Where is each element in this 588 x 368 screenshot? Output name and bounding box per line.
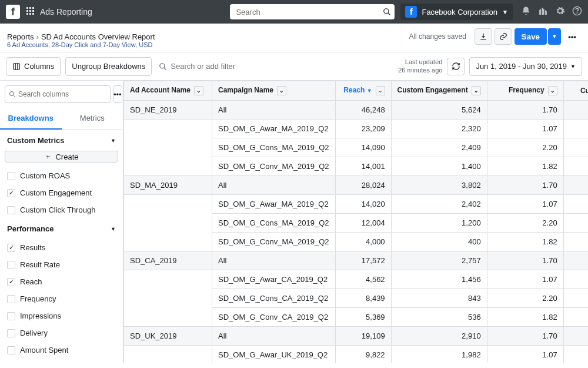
checkbox-icon[interactable] [7, 172, 15, 180]
svg-rect-8 [32, 13, 34, 15]
metric-item[interactable]: ✓Results [0, 239, 123, 256]
col-frequency[interactable]: Frequency⌄ [487, 81, 563, 101]
breadcrumb-reports[interactable]: Reports [7, 32, 34, 41]
apps-grid-icon[interactable] [26, 6, 35, 18]
tab-breakdowns[interactable]: Breakdowns [0, 108, 62, 130]
last-updated: Last updated 26 minutes ago [398, 58, 442, 74]
facebook-icon: f [405, 6, 417, 18]
metric-item[interactable]: Custom Click Through [0, 201, 123, 218]
chevron-down-icon: ▼ [552, 34, 557, 39]
checkbox-icon[interactable] [7, 346, 15, 354]
sidebar-more-button[interactable]: ••• [113, 85, 122, 103]
section-performance[interactable]: Performance ▼ [0, 218, 123, 239]
create-metric-button[interactable]: ＋ Create [5, 151, 118, 163]
data-table: Ad Account Name⌄ Campaign Name⌄ Reach ▼⌄… [123, 81, 588, 363]
sort-desc-icon: ▼ [367, 88, 372, 94]
account-name: Facebook Corporation [422, 8, 497, 16]
notifications-icon[interactable] [521, 6, 531, 18]
metric-item[interactable]: Amount Spent [0, 342, 123, 359]
metric-label: Custom ROAS [20, 171, 70, 180]
svg-rect-13 [14, 63, 20, 69]
sort-icon[interactable]: ⌄ [548, 86, 557, 95]
col-custom-er[interactable]: Custom Er [563, 81, 588, 101]
columns-button[interactable]: Columns [6, 57, 61, 76]
filter-search[interactable] [159, 62, 288, 71]
settings-gear-icon[interactable] [555, 6, 565, 18]
svg-line-19 [14, 95, 15, 97]
metric-label: Result Rate [20, 260, 60, 269]
col-reach[interactable]: Reach ▼⌄ [335, 81, 391, 101]
table-row[interactable]: SD_OM_G_Awar_CA_2019_Q24,5621,4561.07 [124, 270, 589, 289]
sort-icon[interactable]: ⌄ [472, 86, 481, 95]
sort-icon[interactable]: ⌄ [194, 86, 203, 95]
table-row[interactable]: SD_OM_G_Awar_MA_2019_Q223,2092,3201.07 [124, 120, 589, 138]
table-row[interactable]: SD_OM_G_Awar_UK_2019_Q29,8221,9821.07 [124, 346, 589, 364]
metric-label: Clicks (All) [20, 363, 56, 363]
checkbox-icon[interactable] [7, 329, 15, 337]
global-search[interactable] [230, 4, 395, 19]
svg-rect-6 [26, 13, 28, 15]
search-icon [9, 91, 16, 98]
ungroup-breakdowns-button[interactable]: Ungroup Breakdowns [65, 57, 152, 76]
metric-label: Custom Click Through [20, 205, 95, 214]
metric-label: Amount Spent [20, 346, 68, 354]
global-search-input[interactable] [233, 8, 383, 16]
checkbox-icon[interactable]: ✓ [7, 244, 15, 252]
svg-rect-1 [29, 7, 31, 9]
date-range-picker[interactable]: Jun 1, 2019 - Jun 30, 2019 ▼ [469, 57, 582, 76]
metric-item[interactable]: Impressions [0, 307, 123, 324]
search-icon [383, 8, 391, 16]
section-custom-metrics[interactable]: Custom Metrics ▼ [0, 130, 123, 151]
save-status: All changes saved [409, 32, 466, 41]
svg-point-16 [160, 63, 165, 68]
account-switcher[interactable]: f Facebook Corporation ▼ [400, 4, 513, 20]
metric-item[interactable]: Custom ROAS [0, 167, 123, 184]
sort-icon[interactable]: ⌄ [376, 86, 385, 95]
columns-icon [12, 62, 21, 71]
metric-label: Custom Engagement [20, 188, 92, 197]
sidebar-search[interactable] [5, 85, 111, 103]
col-campaign[interactable]: Campaign Name⌄ [212, 81, 336, 101]
svg-rect-0 [26, 7, 28, 9]
metric-item[interactable]: ✓Reach [0, 273, 123, 290]
plus-icon: ＋ [44, 151, 52, 162]
metric-item[interactable]: Frequency [0, 290, 123, 307]
svg-line-17 [164, 67, 166, 69]
checkbox-icon[interactable]: ✓ [7, 278, 15, 286]
checkbox-icon[interactable] [7, 206, 15, 214]
metric-item[interactable]: Clicks (All) [0, 359, 123, 363]
col-ad-account[interactable]: Ad Account Name⌄ [124, 81, 212, 101]
metric-item[interactable]: Result Rate [0, 256, 123, 273]
report-subtitle-link[interactable]: 6 Ad Accounts, 28-Day Click and 7-Day Vi… [7, 41, 588, 48]
chevron-down-icon: ▼ [111, 138, 116, 144]
tab-metrics[interactable]: Metrics [62, 108, 123, 130]
checkbox-icon[interactable] [7, 312, 15, 320]
checkbox-icon[interactable] [7, 295, 15, 303]
table-group-row[interactable]: SD_UK_2019All19,1092,9101.70 [124, 327, 589, 346]
checkbox-icon[interactable]: ✓ [7, 189, 15, 197]
facebook-logo-icon[interactable]: f [6, 5, 20, 19]
checkbox-icon[interactable] [7, 363, 15, 364]
search-icon [159, 62, 167, 71]
sidebar-search-input[interactable] [18, 90, 106, 98]
metric-item[interactable]: ✓Custom Engagement [0, 184, 123, 201]
svg-point-12 [577, 13, 577, 14]
table-group-row[interactable]: SD_MA_2019All28,0243,8021.70 [124, 176, 589, 195]
page-title: SD Ad Accounts Overview Report [41, 32, 155, 41]
filter-input[interactable] [171, 62, 288, 71]
brand-title: Ads Reporting [40, 7, 92, 16]
checkbox-icon[interactable] [7, 261, 15, 269]
table-row[interactable]: SD_OM_G_Awar_MA_2019_Q214,0202,4021.07 [124, 195, 589, 214]
metric-item[interactable]: Delivery [0, 324, 123, 342]
metric-label: Frequency [20, 294, 56, 303]
help-icon[interactable] [572, 6, 582, 18]
refresh-button[interactable] [447, 58, 465, 75]
sidebar: ••• Breakdowns Metrics Custom Metrics ▼ … [0, 81, 123, 363]
table-group-row[interactable]: SD_NE_2019All46,2485,6241.70 [124, 101, 589, 120]
table-group-row[interactable]: SD_CA_2019All17,5722,7571.70 [124, 251, 589, 270]
business-icon[interactable] [538, 6, 548, 18]
toolbar: Columns Ungroup Breakdowns Last updated … [0, 52, 588, 81]
sort-icon[interactable]: ⌄ [277, 86, 286, 95]
col-custom-engagement[interactable]: Custom Engagement⌄ [391, 81, 487, 101]
svg-rect-3 [26, 10, 28, 12]
